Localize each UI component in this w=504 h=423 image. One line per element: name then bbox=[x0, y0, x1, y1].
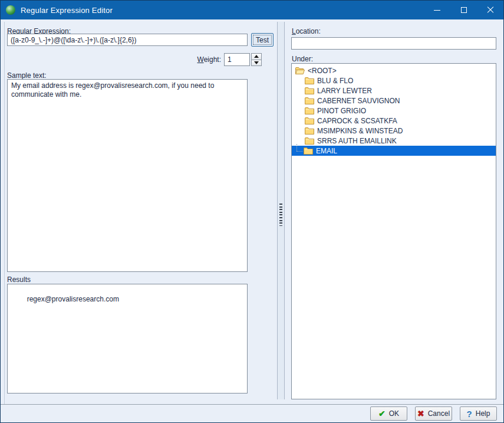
help-question-icon: ? bbox=[467, 409, 472, 418]
folder-icon bbox=[305, 97, 314, 104]
folder-icon bbox=[304, 147, 313, 155]
minimize-button[interactable] bbox=[424, 1, 450, 19]
tree-item-blu-flo[interactable]: BLU & FLO bbox=[292, 76, 496, 86]
window-title: Regular Expression Editor bbox=[21, 6, 113, 15]
regular-expression-editor-dialog: Regular Expression Editor Regular Expres… bbox=[0, 0, 504, 423]
maximize-button[interactable] bbox=[450, 1, 477, 19]
window-controls bbox=[424, 1, 503, 19]
spin-up-button[interactable] bbox=[251, 53, 262, 60]
tree-item-caprock-scsatkfa[interactable]: CAPROCK & SCSATKFA bbox=[292, 116, 496, 126]
tree-item-msimpkins-winstead[interactable]: MSIMPKINS & WINSTEAD bbox=[292, 126, 496, 136]
cancel-x-icon: ✖ bbox=[417, 409, 424, 418]
tree-item-label: EMAIL bbox=[316, 147, 337, 155]
ok-label: OK bbox=[389, 409, 399, 418]
tree-item-label: CABERNET SAUVIGNON bbox=[317, 97, 400, 105]
folder-icon bbox=[305, 87, 314, 94]
right-panel: Location: Under: <ROOT>BLU & FLOLARRY LE… bbox=[287, 22, 500, 404]
tree-item-label: SRRS AUTH EMAILLINK bbox=[317, 137, 397, 145]
tree-item-srrs-auth-emaillink[interactable]: SRRS AUTH EMAILLINK bbox=[292, 136, 496, 146]
spin-down-button[interactable] bbox=[251, 60, 262, 67]
folder-icon bbox=[305, 127, 314, 135]
tree-item-label: LARRY LEWTER bbox=[317, 87, 372, 95]
results-box[interactable]: regex@provalisresearch.com bbox=[7, 284, 248, 394]
test-button[interactable]: Test bbox=[251, 33, 274, 47]
regex-input[interactable] bbox=[7, 34, 248, 46]
location-label: Location: bbox=[292, 27, 321, 35]
tree-item-label: PINOT GRIGIO bbox=[317, 107, 366, 115]
sample-textarea[interactable]: My email address is regex@provalisresear… bbox=[7, 79, 248, 272]
help-button[interactable]: ? Help bbox=[460, 406, 497, 421]
tree-connector-icon bbox=[294, 146, 304, 156]
weight-label: Weight: bbox=[197, 55, 221, 64]
arrow-up-icon bbox=[254, 55, 259, 58]
titlebar[interactable]: Regular Expression Editor bbox=[1, 1, 503, 19]
open-folder-icon bbox=[295, 67, 305, 74]
ok-button[interactable]: ✔ OK bbox=[370, 406, 407, 421]
ok-check-icon: ✔ bbox=[378, 409, 386, 418]
location-input[interactable] bbox=[291, 37, 496, 50]
dialog-body: Regular Expression: Test Weight: Sample … bbox=[1, 19, 503, 404]
folder-icon bbox=[305, 137, 314, 145]
weight-row: Weight: bbox=[197, 53, 250, 66]
under-label: Under: bbox=[292, 55, 313, 63]
help-label: Help bbox=[476, 409, 490, 418]
app-icon bbox=[6, 5, 15, 15]
arrow-down-icon bbox=[254, 61, 259, 64]
close-button[interactable] bbox=[477, 1, 503, 19]
folder-icon bbox=[305, 107, 314, 114]
splitter-grip-icon bbox=[279, 204, 282, 226]
folder-icon bbox=[305, 77, 314, 84]
footer-bar: ✔ OK ✖ Cancel ? Help bbox=[1, 404, 503, 422]
folder-icon bbox=[305, 117, 314, 124]
tree-item-label: BLU & FLO bbox=[317, 77, 353, 85]
tree-item-label: MSIMPKINS & WINSTEAD bbox=[317, 127, 403, 135]
results-label: Results bbox=[7, 276, 31, 284]
tree-item-pinot-grigio[interactable]: PINOT GRIGIO bbox=[292, 106, 496, 116]
tree-item-email[interactable]: EMAIL bbox=[292, 146, 496, 156]
results-value: regex@provalisresearch.com bbox=[27, 295, 119, 303]
sample-text-label: Sample text: bbox=[7, 71, 47, 80]
minimize-icon bbox=[434, 10, 440, 11]
maximize-icon bbox=[461, 7, 467, 13]
tree-item-cabernet-sauvignon[interactable]: CABERNET SAUVIGNON bbox=[292, 96, 496, 106]
tree-item-label: <ROOT> bbox=[308, 67, 337, 75]
cancel-label: Cancel bbox=[428, 409, 450, 418]
tree-item-label: CAPROCK & SCSATKFA bbox=[317, 117, 397, 125]
weight-spinner bbox=[251, 53, 262, 66]
cancel-button[interactable]: ✖ Cancel bbox=[415, 406, 452, 421]
weight-input[interactable] bbox=[224, 53, 250, 66]
folder-tree[interactable]: <ROOT>BLU & FLOLARRY LEWTERCABERNET SAUV… bbox=[291, 63, 496, 399]
tree-item-larry-lewter[interactable]: LARRY LEWTER bbox=[292, 86, 496, 96]
left-panel: Regular Expression: Test Weight: Sample … bbox=[4, 22, 278, 404]
tree-item-root[interactable]: <ROOT> bbox=[292, 65, 496, 76]
panel-splitter[interactable] bbox=[277, 22, 285, 399]
